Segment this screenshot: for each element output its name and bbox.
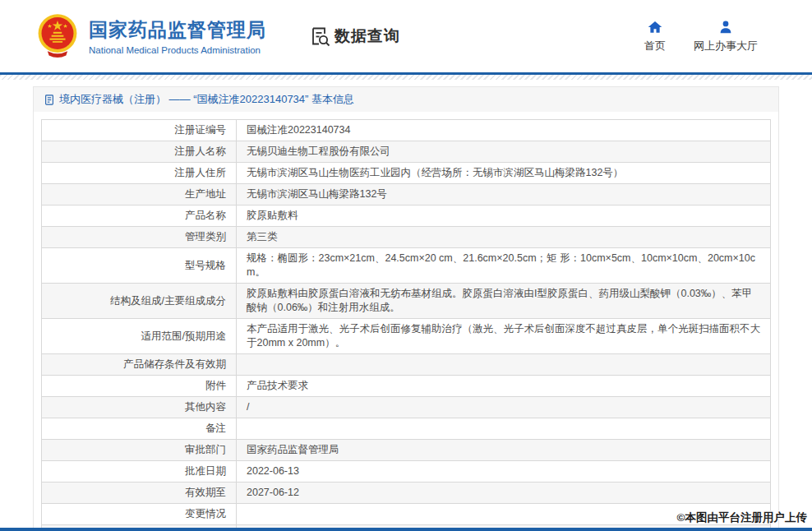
row-label: 生产地址 bbox=[42, 184, 237, 205]
user-icon bbox=[718, 20, 733, 35]
document-icon bbox=[44, 94, 55, 106]
row-value bbox=[237, 418, 771, 440]
row-value: 2027-06-12 bbox=[237, 483, 771, 504]
row-value: 国械注准20223140734 bbox=[237, 120, 771, 141]
home-icon bbox=[648, 20, 662, 35]
row-label: 注册人名称 bbox=[42, 141, 237, 163]
row-label: 结构及组成/主要组成成分 bbox=[42, 284, 237, 319]
table-row: 备注 bbox=[42, 418, 771, 440]
row-value: 无锡贝迪生物工程股份有限公司 bbox=[237, 141, 771, 163]
row-value: 2022-06-13 bbox=[237, 461, 771, 483]
info-card: 境内医疗器械（注册） —— “国械注准20223140734” 基本信息 注册证… bbox=[33, 86, 779, 531]
data-query-icon bbox=[309, 25, 330, 47]
national-emblem-icon bbox=[36, 12, 79, 60]
table-row: 适用范围/预期用途本产品适用于激光、光子术后创面修复辅助治疗（激光、光子术后创面… bbox=[42, 319, 771, 354]
row-label: 批准日期 bbox=[42, 461, 237, 483]
page: { "header": { "org_name_cn": "国家药品监督管理局"… bbox=[0, 0, 812, 531]
data-query-label: 数据查询 bbox=[334, 25, 400, 47]
main-content: 境内医疗器械（注册） —— “国械注准20223140734” 基本信息 注册证… bbox=[0, 80, 812, 531]
row-value: 本产品适用于激光、光子术后创面修复辅助治疗（激光、光子术后创面深度不超过真皮层，… bbox=[237, 319, 771, 354]
row-value: 国家药品监督管理局 bbox=[237, 440, 771, 461]
row-label: 产品名称 bbox=[42, 205, 237, 227]
table-row: 注册人名称无锡贝迪生物工程股份有限公司 bbox=[42, 141, 771, 163]
table-row: 其他内容/ bbox=[42, 397, 771, 418]
table-row: 结构及组成/主要组成成分胶原贴敷料由胶原蛋白溶液和无纺布基材组成。胶原蛋白溶液由… bbox=[42, 284, 771, 319]
nav-home-label: 首页 bbox=[644, 39, 666, 53]
table-row: 注册人住所无锡市滨湖区马山生物医药工业园内（经营场所：无锡市滨湖区马山梅梁路13… bbox=[42, 163, 771, 184]
row-value: / bbox=[237, 397, 771, 418]
logo[interactable]: 国家药品监督管理局 National Medical Products Admi… bbox=[36, 12, 266, 60]
table-row: 审批部门国家药品监督管理局 bbox=[42, 440, 771, 461]
table-row: 管理类别第三类 bbox=[42, 227, 771, 248]
row-value: 无锡市滨湖区马山梅梁路132号 bbox=[237, 184, 771, 205]
row-label: 产品储存条件及有效期 bbox=[42, 354, 237, 376]
table-row: 生产地址无锡市滨湖区马山梅梁路132号 bbox=[42, 184, 771, 205]
row-label: 管理类别 bbox=[42, 227, 237, 248]
table-row: 变更情况 bbox=[42, 504, 771, 525]
table-row: 型号规格规格：椭圆形：23cm×21cm、24.5cm×20 cm、21.6cm… bbox=[42, 248, 771, 284]
row-label: 适用范围/预期用途 bbox=[42, 319, 237, 354]
breadcrumb: 境内医疗器械（注册） —— “国械注准20223140734” 基本信息 bbox=[34, 87, 778, 112]
org-names: 国家药品监督管理局 National Medical Products Admi… bbox=[89, 17, 266, 55]
row-value: 规格：椭圆形：23cm×21cm、24.5cm×20 cm、21.6cm×20.… bbox=[237, 248, 771, 284]
row-value: 胶原贴敷料 bbox=[237, 205, 771, 227]
site-header: 国家药品监督管理局 National Medical Products Admi… bbox=[0, 0, 812, 72]
row-value: 无锡市滨湖区马山生物医药工业园内（经营场所：无锡市滨湖区马山梅梁路132号） bbox=[237, 163, 771, 184]
table-row: 产品名称胶原贴敷料 bbox=[42, 205, 771, 227]
row-label: 其他内容 bbox=[42, 397, 237, 418]
row-value bbox=[237, 354, 771, 376]
table-row: 附件产品技术要求 bbox=[42, 376, 771, 397]
top-nav: 首页 网上办事大厅 bbox=[644, 20, 758, 53]
data-query-section[interactable]: 数据查询 bbox=[309, 25, 400, 47]
org-name-cn: 国家药品监督管理局 bbox=[89, 17, 266, 43]
nav-service-hall-label: 网上办事大厅 bbox=[694, 39, 758, 53]
row-label: 变更情况 bbox=[42, 504, 237, 525]
nav-service-hall[interactable]: 网上办事大厅 bbox=[694, 20, 758, 53]
registration-info-table: 注册证编号国械注准20223140734注册人名称无锡贝迪生物工程股份有限公司注… bbox=[41, 119, 771, 531]
row-label: 注册人住所 bbox=[42, 163, 237, 184]
watermark-text: ©本图由平台注册用户上传 bbox=[677, 510, 807, 525]
info-table-body: 注册证编号国械注准20223140734注册人名称无锡贝迪生物工程股份有限公司注… bbox=[42, 120, 771, 531]
breadcrumb-text: 境内医疗器械（注册） —— “国械注准20223140734” 基本信息 bbox=[59, 92, 354, 107]
org-name-en: National Medical Products Administration bbox=[89, 45, 266, 55]
row-label: 注册证编号 bbox=[42, 120, 237, 141]
table-row: 有效期至2027-06-12 bbox=[42, 483, 771, 504]
nav-home[interactable]: 首页 bbox=[644, 20, 666, 53]
row-label: 审批部门 bbox=[42, 440, 237, 461]
row-label: 型号规格 bbox=[42, 248, 237, 284]
row-value: 第三类 bbox=[237, 227, 771, 248]
table-row: 产品储存条件及有效期 bbox=[42, 354, 771, 376]
table-row: 批准日期2022-06-13 bbox=[42, 461, 771, 483]
row-label: 备注 bbox=[42, 418, 237, 440]
row-value: 胶原贴敷料由胶原蛋白溶液和无纺布基材组成。胶原蛋白溶液由I型胶原蛋白、药用级山梨… bbox=[237, 284, 771, 319]
row-value: 产品技术要求 bbox=[237, 376, 771, 397]
table-row: 注册证编号国械注准20223140734 bbox=[42, 120, 771, 141]
row-label: 有效期至 bbox=[42, 483, 237, 504]
row-label: 附件 bbox=[42, 376, 237, 397]
bottom-border-bar bbox=[0, 528, 812, 531]
